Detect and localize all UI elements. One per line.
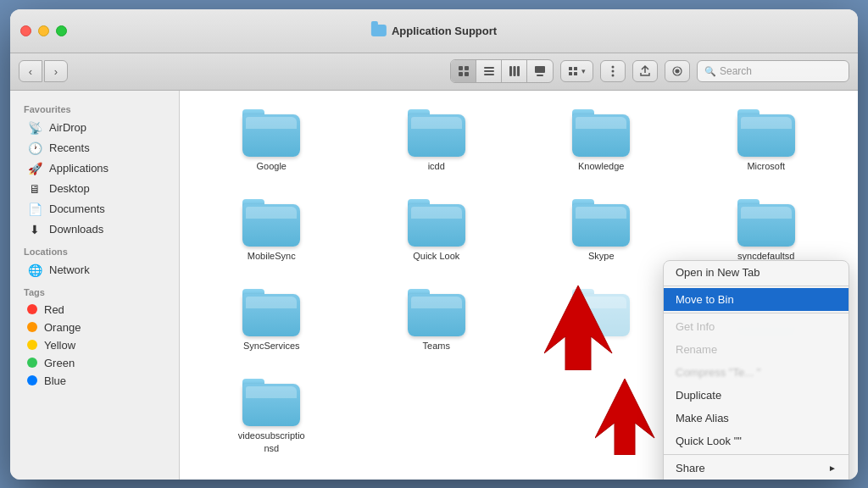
file-item-syncservices[interactable]: SyncServices [193, 284, 350, 357]
list-view-button[interactable] [476, 60, 502, 82]
folder-icon [408, 109, 465, 157]
file-name: Quick Look [413, 250, 459, 262]
applications-icon: 🚀 [27, 161, 42, 176]
context-item-compress[interactable]: Compress "Te... " [664, 361, 849, 384]
sidebar-item-tag-blue[interactable]: Blue [14, 372, 175, 390]
svg-rect-4 [484, 67, 494, 69]
titlebar: Application Support [10, 9, 858, 53]
context-item-get-info[interactable]: Get Info [664, 315, 849, 338]
folder-icon [572, 109, 630, 157]
tag-red-dot [27, 304, 37, 314]
svg-rect-12 [569, 67, 572, 70]
sidebar-item-tag-red[interactable]: Red [14, 301, 175, 319]
sidebar-item-downloads[interactable]: ⬇ Downloads [14, 219, 175, 240]
folder-icon [408, 289, 465, 336]
folder-icon [242, 379, 300, 426]
search-placeholder: Search [720, 65, 752, 77]
tag-label: Orange [44, 321, 81, 334]
desktop-icon: 🖥 [27, 181, 42, 197]
context-separator-3 [664, 454, 849, 455]
file-item-videosubscriptionsd[interactable]: videosubscriptionsd [193, 374, 350, 459]
sidebar-item-tag-yellow[interactable]: Yellow [14, 336, 175, 354]
folder-icon [572, 199, 630, 247]
context-item-rename[interactable]: Rename [664, 338, 849, 361]
tag-button[interactable] [665, 60, 690, 82]
svg-rect-14 [569, 72, 572, 75]
recents-icon: 🕐 [27, 141, 42, 156]
sidebar-item-recents[interactable]: 🕐 Recents [14, 138, 175, 158]
svg-rect-2 [459, 72, 463, 76]
svg-rect-11 [537, 75, 543, 76]
sidebar-item-label: Recents [49, 141, 90, 154]
action-button[interactable] [600, 60, 626, 82]
file-item-skype[interactable]: Skype [523, 194, 680, 267]
file-name: icdd [428, 160, 445, 172]
tag-label: Red [44, 303, 64, 316]
file-item-unknown1[interactable] [523, 284, 680, 357]
title-folder-icon [371, 25, 387, 36]
tag-green-dot [27, 358, 37, 368]
forward-button[interactable]: › [44, 60, 68, 82]
context-item-duplicate[interactable]: Duplicate [664, 384, 849, 407]
locations-header: Locations [10, 240, 179, 260]
tag-blue-dot [27, 375, 37, 385]
file-item-syncdefaultsd[interactable]: syncdefaultsd [688, 194, 845, 267]
context-item-share[interactable]: Share ► [664, 457, 849, 480]
file-item-quicklook[interactable]: Quick Look [359, 194, 515, 267]
gallery-view-button[interactable] [527, 60, 553, 82]
back-button[interactable]: ‹ [19, 60, 42, 82]
sidebar-item-applications[interactable]: 🚀 Applications [14, 158, 175, 179]
file-item-mobilesync[interactable]: MobileSync [193, 194, 350, 267]
context-separator-2 [664, 313, 849, 313]
window-title-area: Application Support [371, 25, 497, 37]
svg-point-18 [612, 75, 615, 77]
sidebar-item-airdrop[interactable]: 📡 AirDrop [14, 118, 175, 138]
sidebar-item-documents[interactable]: 📄 Documents [14, 199, 175, 219]
main-area: Favourites 📡 AirDrop 🕐 Recents 🚀 Applica… [10, 91, 858, 480]
finder-window: Application Support ‹ › ▾ [10, 9, 858, 480]
search-icon: 🔍 [704, 66, 716, 77]
context-item-open-new-tab[interactable]: Open in New Tab [664, 261, 849, 284]
context-item-move-to-bin[interactable]: Move to Bin [664, 288, 849, 311]
folder-icon [572, 289, 630, 336]
view-options-dropdown[interactable]: ▾ [560, 60, 593, 82]
sidebar-item-label: Downloads [49, 223, 103, 236]
file-item-google[interactable]: Google [193, 104, 350, 177]
favourites-header: Favourites [10, 97, 179, 118]
file-item-icdd[interactable]: icdd [359, 104, 515, 177]
file-name: Skype [588, 250, 615, 262]
svg-rect-0 [459, 66, 463, 70]
file-area: Google icdd Knowledge [180, 91, 858, 480]
sidebar-item-tag-green[interactable]: Green [14, 354, 175, 372]
maximize-button[interactable] [56, 25, 67, 36]
close-button[interactable] [20, 25, 31, 36]
context-item-quick-look[interactable]: Quick Look "" [664, 430, 849, 452]
sidebar-item-desktop[interactable]: 🖥 Desktop [14, 179, 175, 199]
sidebar-item-label: Documents [49, 202, 105, 215]
share-button[interactable] [632, 60, 658, 82]
svg-rect-7 [509, 66, 512, 76]
traffic-lights [20, 25, 67, 36]
column-view-button[interactable] [502, 60, 527, 82]
file-name: SyncServices [243, 340, 300, 352]
file-item-knowledge[interactable]: Knowledge [523, 104, 680, 177]
file-item-teams[interactable]: Teams [359, 284, 515, 357]
tags-header: Tags [10, 280, 179, 301]
minimize-button[interactable] [38, 25, 49, 36]
file-item-microsoft[interactable]: Microsoft [688, 104, 845, 177]
sidebar: Favourites 📡 AirDrop 🕐 Recents 🚀 Applica… [10, 91, 180, 480]
sidebar-item-label: Applications [49, 162, 108, 175]
documents-icon: 📄 [27, 202, 42, 217]
context-menu: Open in New Tab Move to Bin Get Info Ren… [663, 260, 849, 480]
tag-label: Blue [44, 374, 66, 387]
toolbar: ‹ › ▾ [10, 53, 858, 91]
file-name: MobileSync [248, 250, 296, 262]
sidebar-item-label: Desktop [49, 182, 90, 195]
icon-view-button[interactable] [451, 60, 476, 82]
context-item-make-alias[interactable]: Make Alias [664, 407, 849, 430]
sidebar-item-tag-orange[interactable]: Orange [14, 319, 175, 336]
folder-icon [242, 109, 300, 157]
file-name: Google [257, 160, 287, 172]
sidebar-item-network[interactable]: 🌐 Network [14, 260, 175, 280]
search-box[interactable]: 🔍 Search [697, 60, 849, 82]
